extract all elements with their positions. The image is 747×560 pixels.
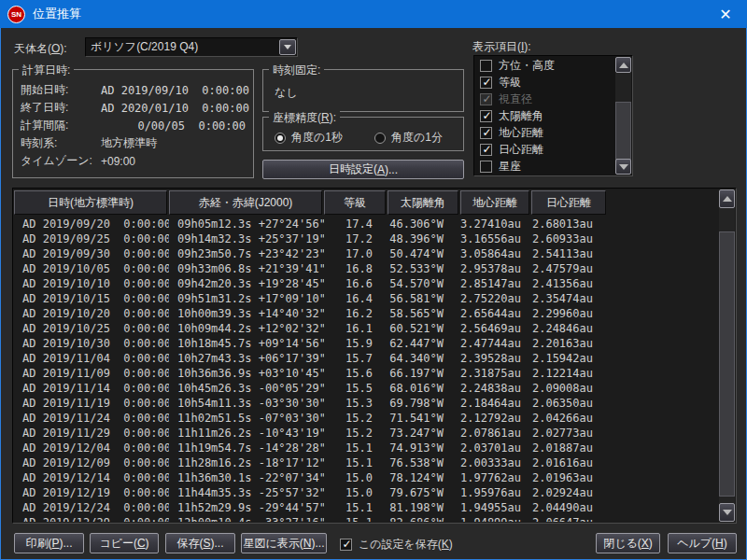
table-row[interactable]: AD 2019/12/19 0:00:0011h44m35.3s -25°57'… (14, 485, 718, 500)
table-row[interactable]: AD 2019/10/05 0:00:0009h33m06.8s +21°39'… (14, 261, 718, 276)
header-geocentric-distance[interactable]: 地心距離 (460, 190, 529, 215)
checkbox-icon[interactable] (480, 144, 492, 156)
display-item[interactable]: 地心距離 (475, 124, 615, 141)
table-scrollbar-thumb[interactable] (719, 231, 735, 497)
radio-label: 角度の1分 (391, 130, 443, 146)
header-magnitude[interactable]: 等級 (324, 190, 386, 215)
header-heliocentric-distance[interactable]: 日心距離 (531, 190, 606, 215)
table-cell: 64.340°W (388, 351, 460, 366)
scrollbar-thumb[interactable] (615, 102, 631, 160)
table-cell: 2.04266au (531, 411, 608, 426)
table-cell: AD 2019/10/25 0:00:00 (14, 321, 169, 336)
table-row[interactable]: AD 2019/09/25 0:00:0009h14m32.3s +25°37'… (14, 231, 718, 246)
table-row[interactable]: AD 2019/10/10 0:00:0009h42m20.3s +19°28'… (14, 276, 718, 291)
titlebar[interactable]: SN 位置推算 ✕ (0, 0, 747, 28)
header-datetime[interactable]: 日時(地方標準時) (14, 190, 167, 215)
table-cell-filler (608, 366, 718, 381)
scroll-down-button[interactable] (615, 159, 631, 175)
table-cell: 3.16556au (460, 231, 531, 246)
table-row[interactable]: AD 2019/12/09 0:00:0011h28m16.2s -18°17'… (14, 455, 718, 470)
display-item[interactable]: 星座 (475, 158, 615, 175)
scroll-up-icon (723, 196, 732, 202)
header-solar-elongation[interactable]: 太陽離角 (388, 190, 458, 215)
display-item[interactable]: 方位・高度 (475, 57, 615, 74)
table-cell: 11h02m51.5s -07°03'30" (169, 411, 324, 426)
display-item[interactable]: 日心距離 (475, 141, 615, 158)
table-cell: 11h36m30.1s -22°07'34" (169, 470, 324, 485)
table-cell: 2.24838au (460, 381, 531, 396)
save-button[interactable]: 保存(S)... (165, 533, 235, 553)
table-cell: 56.581°W (388, 291, 460, 306)
table-row[interactable]: AD 2019/10/30 0:00:0010h18m45.7s +09°14'… (14, 336, 718, 351)
table-cell: 2.47744au (460, 336, 531, 351)
table-row[interactable]: AD 2019/10/20 0:00:0010h00m39.3s +14°40'… (14, 306, 718, 321)
checkbox-icon[interactable] (480, 93, 492, 105)
help-button[interactable]: ヘルプ(H) (668, 533, 737, 553)
table-cell: 15.1 (324, 500, 388, 515)
display-items-scrollbar[interactable] (615, 57, 631, 175)
table-row[interactable]: AD 2019/12/14 0:00:0011h36m30.1s -22°07'… (14, 470, 718, 485)
precision-radio-option[interactable]: 角度の1秒 (275, 130, 343, 146)
close-button[interactable]: 閉じる(X) (596, 533, 660, 553)
table-cell: AD 2019/11/09 0:00:00 (14, 366, 169, 381)
table-scroll-down-button[interactable] (719, 503, 735, 522)
table-scrollbar[interactable] (719, 189, 735, 522)
table-row[interactable]: AD 2019/11/19 0:00:0010h54m11.3s -03°30'… (14, 396, 718, 411)
position-ephemeris-dialog: SN 位置推算 ✕ 天体名(O): ボリソフ(C/2019 Q4) 計算日時: … (0, 0, 747, 560)
table-row[interactable]: AD 2019/12/29 0:00:0012h00m10.4s -33°27'… (14, 515, 718, 522)
combobox-dropdown-button[interactable] (279, 39, 296, 55)
save-settings-checkbox[interactable]: この設定を保存(K) (340, 537, 453, 553)
display-item[interactable]: 視直径 (475, 91, 615, 107)
table-row[interactable]: AD 2019/11/14 0:00:0010h45m26.3s -00°05'… (14, 381, 718, 396)
fixed-time-group: 時刻固定: なし (262, 69, 464, 112)
table-cell: AD 2019/11/19 0:00:00 (14, 396, 169, 411)
table-row[interactable]: AD 2019/12/04 0:00:0011h19m54.7s -14°28'… (14, 441, 718, 455)
table-cell: 2.68013au (531, 217, 608, 231)
display-items-list[interactable]: 方位・高度等級視直径太陽離角地心距離日心距離星座 (473, 55, 633, 176)
show-on-chart-button[interactable]: 星図に表示(N)... (241, 533, 327, 553)
close-icon[interactable]: ✕ (712, 6, 740, 23)
table-row[interactable]: AD 2019/11/09 0:00:0010h36m36.9s +03°10'… (14, 366, 718, 381)
checkbox-icon[interactable] (480, 110, 492, 122)
table-cell: 68.016°W (388, 381, 460, 396)
table-cell: 11h19m54.7s -14°28'28" (169, 441, 324, 455)
display-item[interactable]: 等級 (475, 74, 615, 91)
print-button[interactable]: 印刷(P)... (14, 533, 84, 553)
table-cell: AD 2019/11/24 0:00:00 (14, 411, 169, 426)
table-scroll-up-button[interactable] (719, 189, 735, 208)
table-cell: AD 2019/10/10 0:00:00 (14, 276, 169, 291)
datetime-settings-button[interactable]: 日時設定(A)... (262, 160, 464, 179)
table-row[interactable]: AD 2019/09/20 0:00:0009h05m12.3s +27°24'… (14, 217, 718, 231)
table-cell: 74.913°W (388, 441, 460, 455)
checkbox-icon[interactable] (340, 539, 352, 551)
table-cell-filler (608, 500, 718, 515)
radio-icon[interactable] (374, 133, 386, 144)
checkbox-icon[interactable] (480, 127, 492, 139)
table-cell: 12h00m10.4s -33°27'16" (169, 515, 324, 522)
table-cell-filler (608, 411, 718, 426)
checkbox-icon[interactable] (480, 161, 492, 173)
display-item-label: 日心距離 (499, 142, 543, 158)
table-row[interactable]: AD 2019/09/30 0:00:0009h23m50.7s +23°42'… (14, 246, 718, 261)
table-cell: AD 2019/12/24 0:00:00 (14, 500, 169, 515)
table-cell: 15.5 (324, 381, 388, 396)
radio-icon[interactable] (275, 133, 286, 144)
table-row[interactable]: AD 2019/11/29 0:00:0011h11m26.2s -10°43'… (14, 426, 718, 441)
calc-row-timezone: タイムゾーン:+09:00 (13, 152, 253, 170)
checkbox-icon[interactable] (480, 77, 492, 89)
table-cell: 15.9 (324, 336, 388, 351)
display-item-label: 星座 (499, 159, 521, 175)
table-row[interactable]: AD 2019/11/04 0:00:0010h27m43.3s +06°17'… (14, 351, 718, 366)
precision-radio-option[interactable]: 角度の1分 (374, 130, 443, 146)
object-name-combobox[interactable]: ボリソフ(C/2019 Q4) (85, 37, 298, 57)
table-row[interactable]: AD 2019/10/25 0:00:0010h09m44.2s +12°02'… (14, 321, 718, 336)
scroll-up-button[interactable] (615, 57, 631, 73)
table-cell: 69.798°W (388, 396, 460, 411)
table-row[interactable]: AD 2019/10/15 0:00:0009h51m31.2s +17°09'… (14, 291, 718, 306)
table-row[interactable]: AD 2019/11/24 0:00:0011h02m51.5s -07°03'… (14, 411, 718, 426)
display-item[interactable]: 太陽離角 (475, 107, 615, 124)
table-row[interactable]: AD 2019/12/24 0:00:0011h52m29.9s -29°44'… (14, 500, 718, 515)
checkbox-icon[interactable] (480, 60, 492, 72)
copy-button[interactable]: コピー(C) (90, 533, 159, 553)
header-ra-dec[interactable]: 赤経・赤緯(J2000) (169, 190, 322, 215)
